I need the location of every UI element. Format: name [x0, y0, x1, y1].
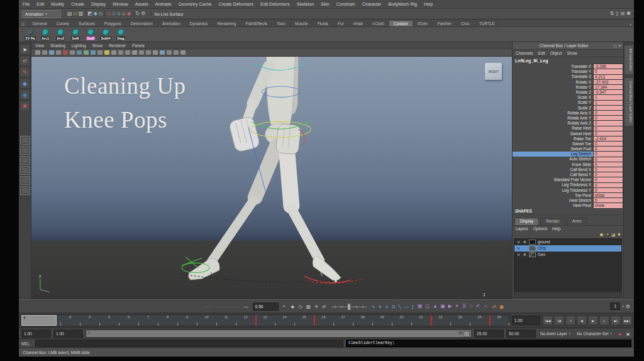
- layout-shortcut-button[interactable]: [20, 176, 30, 185]
- viewport-menu-lighting[interactable]: Lighting: [72, 43, 86, 48]
- panel-tab-attribute-editor[interactable]: Attribute Editor: [624, 45, 634, 75]
- shelf-item-selh4[interactable]: SelH4: [99, 29, 112, 40]
- shelf-item-sel6[interactable]: Sel6: [69, 29, 82, 40]
- select-tool-icon[interactable]: ➤: [19, 44, 30, 55]
- snap-surface-icon[interactable]: ∪: [122, 11, 126, 16]
- view-cube[interactable]: RIGHT: [485, 63, 502, 80]
- menu-character[interactable]: Character: [362, 2, 382, 6]
- channel-box-menu-object[interactable]: Object: [550, 51, 562, 55]
- viewport-toolbar-icon[interactable]: [125, 50, 130, 55]
- make-live-icon[interactable]: ◉: [127, 11, 131, 16]
- curve-type-icon[interactable]: Ω: [392, 304, 396, 309]
- layer-visibility-toggle[interactable]: V: [516, 247, 521, 250]
- menu-geometry-cache[interactable]: Geometry Cache: [179, 2, 212, 6]
- menu-display[interactable]: Display: [91, 2, 106, 6]
- menu-animate[interactable]: Animate: [155, 2, 172, 6]
- layout-shortcut-button[interactable]: [20, 166, 30, 175]
- layer-menu-help[interactable]: Help: [552, 226, 560, 231]
- shelf-tab-general[interactable]: General: [28, 21, 51, 26]
- grid-layout-icon[interactable]: ⊞: [621, 11, 625, 16]
- shelf-tab-toon[interactable]: Toon: [272, 21, 290, 26]
- shelf-menu-icon[interactable]: ☰: [21, 22, 25, 26]
- clock-icon[interactable]: ◷: [298, 304, 303, 309]
- layout-shortcut-button[interactable]: [20, 136, 30, 145]
- chevron-down-icon[interactable]: ▾: [622, 304, 624, 308]
- playback-button-6[interactable]: ▶|: [611, 316, 621, 325]
- time-slider[interactable]: 2345678910111213141516171819202122232425…: [21, 314, 509, 326]
- viewport-toolbar-icon[interactable]: [97, 50, 103, 55]
- menu-help[interactable]: Help: [424, 2, 433, 6]
- set-key-icon[interactable]: ◆: [291, 304, 294, 309]
- menu-constrain[interactable]: Constrain: [336, 2, 355, 6]
- anim-utility-icon[interactable]: ＋: [483, 303, 488, 309]
- menu-assets[interactable]: Assets: [135, 2, 148, 6]
- shelf-item-arc2[interactable]: Arc2: [54, 29, 67, 40]
- viewport-toolbar-icon[interactable]: [56, 50, 61, 55]
- anim-utility-icon[interactable]: ▶: [448, 303, 452, 309]
- menu-window[interactable]: Window: [113, 2, 128, 6]
- playback-button-7[interactable]: ▶▶|: [622, 316, 632, 325]
- shelf-tab-xgen[interactable]: XGen: [413, 21, 433, 26]
- layer-renderable-toggle[interactable]: R: [523, 253, 527, 257]
- viewport-toolbar-icon[interactable]: [180, 50, 186, 55]
- shelf-tab-ncloth[interactable]: nCloth: [368, 21, 389, 26]
- save-scene-icon[interactable]: ▥: [79, 11, 84, 16]
- anim-utility-icon[interactable]: ▣: [441, 303, 445, 309]
- playback-button-2[interactable]: ◁: [565, 316, 575, 325]
- grid-icon[interactable]: ▦: [306, 304, 311, 309]
- current-frame-indicator[interactable]: 1: [21, 315, 57, 326]
- scale-tool-icon[interactable]: ✖: [19, 101, 30, 111]
- shelf-tab-painteffects[interactable]: PaintEffects: [241, 21, 272, 26]
- viewport-menu-view[interactable]: View: [35, 43, 44, 48]
- shelf-tab-croc[interactable]: Croc: [457, 21, 474, 26]
- menu-skin[interactable]: Skin: [321, 2, 330, 6]
- shelf-tab-fluids[interactable]: Fluids: [313, 21, 333, 26]
- range-slider-handle[interactable]: [464, 331, 470, 337]
- layer-menu-layers[interactable]: Layers: [516, 226, 528, 231]
- viewport-menu-renderer[interactable]: Renderer: [109, 43, 126, 48]
- layer-tab-display[interactable]: Display: [514, 218, 539, 225]
- shelf-tab-nhair[interactable]: nHair: [349, 21, 368, 26]
- layer-row-geo[interactable]: VRGeo: [514, 252, 621, 258]
- anim-utility-icon[interactable]: ◫: [425, 303, 430, 309]
- viewport-toolbar-icon[interactable]: [111, 50, 116, 55]
- viewport-toolbar-icon[interactable]: [160, 50, 165, 55]
- shelf-item-staff[interactable]: Staff: [84, 29, 97, 40]
- viewport-toolbar-icon[interactable]: [118, 50, 123, 55]
- channel-box-close-icon[interactable]: ✕: [618, 43, 621, 48]
- select-object-icon[interactable]: ◆: [94, 11, 97, 16]
- curve-type-icon[interactable]: —: [404, 304, 409, 309]
- curve-type-icon[interactable]: ╲: [398, 304, 401, 309]
- viewport-toolbar-icon[interactable]: [70, 50, 75, 55]
- layout-shortcut-button[interactable]: [20, 156, 30, 165]
- lasso-tool-icon[interactable]: ⊂: [19, 55, 30, 66]
- playback-button-0[interactable]: |◀◀: [543, 316, 553, 325]
- shelf-tab-surfaces[interactable]: Surfaces: [74, 21, 99, 26]
- layer-tab-render[interactable]: Render: [540, 218, 565, 225]
- layer-row-ctrls[interactable]: VCtrls: [514, 245, 621, 252]
- viewport-toolbar-icon[interactable]: [139, 50, 144, 55]
- tween-minus-button[interactable]: —: [243, 304, 248, 309]
- playblast-icon[interactable]: ▣: [499, 304, 504, 309]
- channel-box-menu-channels[interactable]: Channels: [516, 51, 533, 55]
- mel-input[interactable]: [35, 340, 343, 347]
- viewport-menu-panels[interactable]: Panels: [132, 43, 145, 48]
- animation-start-field[interactable]: 1.00: [21, 330, 51, 338]
- empty-layer-icon[interactable]: ＋: [606, 231, 610, 237]
- anim-utility-icon[interactable]: ▲: [433, 303, 437, 309]
- layer-renderable-toggle[interactable]: R: [523, 240, 527, 244]
- toolbox-toggle-icon[interactable]: ✱: [626, 11, 631, 16]
- new-layer-icon[interactable]: ◪: [611, 232, 615, 237]
- tween-slider[interactable]: [330, 303, 368, 310]
- anim-utility-icon[interactable]: ✦: [455, 303, 458, 309]
- menu-create[interactable]: Create: [71, 2, 84, 6]
- layer-list-scrollbar[interactable]: [514, 292, 622, 298]
- menu-edit-deformers[interactable]: Edit Deformers: [260, 2, 290, 6]
- move-tool-icon[interactable]: ◆: [19, 78, 30, 89]
- select-hierarchy-icon[interactable]: ◩: [87, 11, 92, 16]
- align-icon[interactable]: ✛: [314, 304, 318, 309]
- playback-button-3[interactable]: ◀: [577, 316, 587, 325]
- shelf-tab-turtle[interactable]: TURTLE: [475, 21, 499, 26]
- menu-file[interactable]: File: [23, 2, 30, 6]
- shelf-tab-fur[interactable]: Fur: [333, 21, 348, 26]
